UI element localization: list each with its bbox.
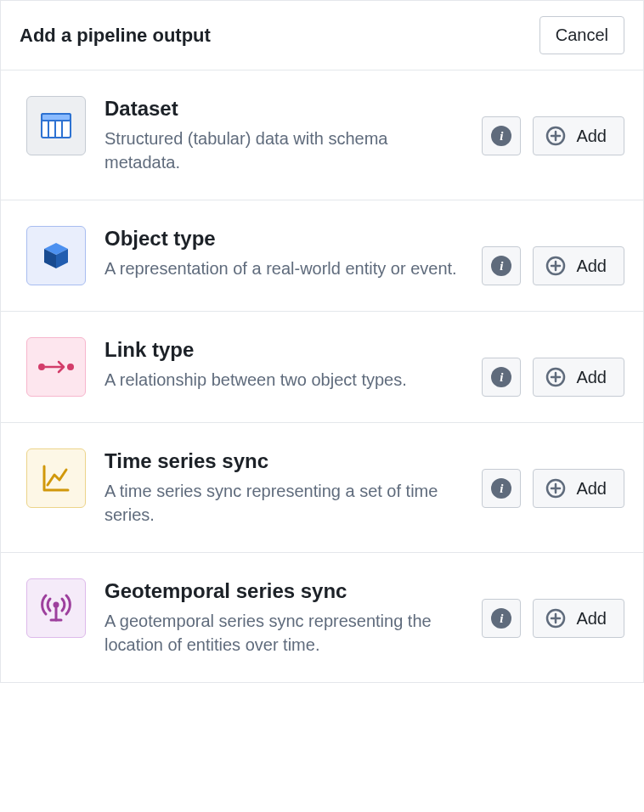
- output-type-title: Time series sync: [105, 448, 458, 474]
- plus-circle-icon: [545, 256, 566, 276]
- row-actions: i Add: [482, 578, 624, 638]
- add-button-label: Add: [576, 479, 607, 499]
- output-type-title: Geotemporal series sync: [105, 578, 458, 604]
- output-type-row-dataset: Dataset Structured (tabular) data with s…: [1, 70, 643, 200]
- info-icon: i: [491, 478, 511, 499]
- add-button-label: Add: [576, 257, 607, 276]
- row-actions: i Add: [482, 96, 624, 155]
- output-type-title: Dataset: [105, 96, 458, 121]
- info-icon: i: [491, 256, 511, 276]
- plus-circle-icon: [545, 608, 566, 629]
- output-type-row-object-type: Object type A representation of a real-w…: [1, 200, 643, 312]
- add-button-label: Add: [576, 609, 607, 629]
- panel-title: Add a pipeline output: [20, 25, 211, 47]
- info-button-object-type[interactable]: i: [482, 246, 521, 285]
- info-button-link-type[interactable]: i: [482, 358, 521, 397]
- add-button-object-type[interactable]: Add: [533, 246, 624, 285]
- plus-circle-icon: [545, 126, 566, 146]
- plus-circle-icon: [545, 367, 566, 387]
- antenna-icon: [26, 578, 86, 638]
- cube-icon: [26, 226, 86, 285]
- output-type-description: A relationship between two object types.: [105, 368, 458, 392]
- add-button-link-type[interactable]: Add: [533, 358, 624, 397]
- add-pipeline-output-panel: Add a pipeline output Cancel Dataset Str…: [0, 0, 644, 683]
- text-column: Dataset Structured (tabular) data with s…: [105, 96, 463, 174]
- output-type-title: Object type: [105, 226, 458, 251]
- output-type-title: Link type: [105, 337, 458, 363]
- info-icon: i: [491, 608, 511, 629]
- text-column: Object type A representation of a real-w…: [105, 226, 463, 280]
- dataset-icon: [26, 96, 86, 155]
- chart-line-icon: [26, 448, 86, 508]
- output-type-row-time-series-sync: Time series sync A time series sync repr…: [1, 423, 643, 553]
- text-column: Link type A relationship between two obj…: [105, 337, 463, 392]
- add-button-geotemporal-series-sync[interactable]: Add: [533, 599, 624, 638]
- info-icon: i: [491, 367, 511, 387]
- row-actions: i Add: [482, 337, 624, 397]
- svg-point-14: [38, 364, 45, 370]
- text-column: Time series sync A time series sync repr…: [105, 448, 463, 527]
- text-column: Geotemporal series sync A geotemporal se…: [105, 578, 463, 657]
- cancel-button[interactable]: Cancel: [539, 16, 624, 54]
- svg-rect-1: [42, 114, 71, 121]
- link-icon: [26, 337, 86, 397]
- output-type-description: A representation of a real-world entity …: [105, 257, 458, 280]
- info-button-dataset[interactable]: i: [482, 116, 521, 155]
- row-actions: i Add: [482, 448, 624, 508]
- add-button-label: Add: [576, 368, 607, 387]
- info-icon: i: [491, 126, 511, 146]
- row-actions: i Add: [482, 226, 624, 285]
- output-type-description: Structured (tabular) data with schema me…: [105, 127, 458, 174]
- plus-circle-icon: [545, 478, 566, 499]
- add-button-label: Add: [576, 127, 607, 146]
- output-type-description: A geotemporal series sync representing t…: [105, 609, 458, 657]
- add-button-dataset[interactable]: Add: [533, 116, 624, 155]
- panel-header: Add a pipeline output Cancel: [1, 1, 643, 70]
- output-type-description: A time series sync representing a set of…: [105, 479, 458, 527]
- info-button-time-series-sync[interactable]: i: [482, 469, 521, 508]
- svg-point-16: [67, 364, 74, 370]
- info-button-geotemporal-series-sync[interactable]: i: [482, 599, 521, 638]
- output-type-row-link-type: Link type A relationship between two obj…: [1, 312, 643, 423]
- add-button-time-series-sync[interactable]: Add: [533, 469, 624, 508]
- output-type-row-geotemporal-series-sync: Geotemporal series sync A geotemporal se…: [1, 553, 643, 682]
